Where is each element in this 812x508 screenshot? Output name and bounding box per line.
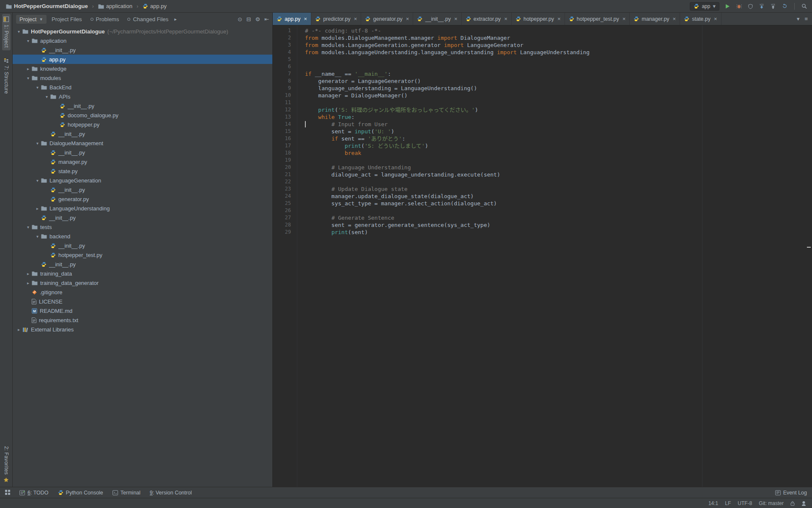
editor-tab-predictor-py[interactable]: predictor.py× [311, 13, 361, 25]
toolwindow-button-2-favorites[interactable]: 2: Favorites [2, 444, 11, 486]
code-area[interactable]: # -*- coding: utf-8 -*-from modules.Dial… [297, 25, 812, 487]
tree-row-backend[interactable]: ▾BackEnd [13, 83, 272, 92]
panel-tab-project[interactable]: Project▾ [16, 15, 47, 24]
tree-row-init-py[interactable]: __init__.py [13, 148, 272, 157]
toolwindow-button-1-project[interactable]: 1: Project [2, 14, 11, 50]
tree-row-license[interactable]: LICENSE [13, 297, 272, 306]
tree-row-training-data[interactable]: ▸training_data [13, 269, 272, 278]
tree-row-training-data-generator[interactable]: ▸training_data_generator [13, 278, 272, 287]
tree-row-init-py[interactable]: __init__.py [13, 45, 272, 55]
event-log-button[interactable]: Event Log [775, 490, 807, 496]
code-line: from modules.LanguageUnderstanding.langu… [305, 49, 812, 56]
vcs-commit-button[interactable]: VCS [770, 3, 776, 10]
tree-row-knowledge[interactable]: ▸knowledge [13, 64, 272, 73]
panel-tab-project-files[interactable]: Project Files [48, 15, 85, 24]
toolwindow-button-7-structure[interactable]: 7: Structure [2, 55, 11, 97]
editor-tab-hotpepper-py[interactable]: hotpepper.py× [512, 13, 565, 25]
panel-tab-changed-files[interactable]: Changed Files [124, 15, 172, 24]
tree-row-tests[interactable]: ▾tests [13, 222, 272, 232]
search-everywhere-button[interactable] [801, 3, 808, 10]
more-tabs-icon[interactable]: ▸ [174, 17, 177, 22]
editor-tab-manager-py[interactable]: manager.py× [630, 13, 680, 25]
breadcrumb-separator: › [137, 3, 138, 9]
code-line [305, 99, 812, 106]
tabs-dropdown-icon[interactable]: ▾ [797, 16, 800, 22]
tree-row-dialoguemanagement[interactable]: ▾DialogueManagement [13, 138, 272, 148]
caret-position-widget[interactable]: 14:1 [708, 500, 718, 506]
close-icon[interactable]: × [504, 16, 508, 22]
tree-row-docomo-dialogue-py[interactable]: docomo_dialogue.py [13, 110, 272, 120]
tree-row-init-py[interactable]: __init__.py [13, 129, 272, 138]
tree-row-apis[interactable]: ▾APIs [13, 92, 272, 101]
code-line: generator = LanguageGenerator() [305, 77, 812, 85]
editor[interactable]: 1234567891011121314151617181920212223242… [273, 25, 812, 487]
tree-row-gitignore[interactable]: .gitignore [13, 287, 272, 297]
coverage-button[interactable] [747, 3, 754, 10]
tree-row-languageunderstanding[interactable]: ▸LanguageUnderstanding [13, 204, 272, 213]
tree-row-init-py[interactable]: __init__.py [13, 260, 272, 269]
toolwindow-button-6-todo[interactable]: 6: TODO [19, 490, 49, 496]
close-icon[interactable]: × [623, 16, 626, 22]
tree-row-state-py[interactable]: state.py [13, 166, 272, 176]
breadcrumb-item-app-py[interactable]: app.py [141, 3, 168, 10]
editor-tab-hotpepper-test-py[interactable]: hotpepper_test.py× [565, 13, 630, 25]
revert-button[interactable] [781, 3, 788, 10]
toolwindow-button-python-console[interactable]: Python Console [58, 490, 103, 496]
run-button[interactable] [724, 3, 731, 10]
close-icon[interactable]: × [454, 16, 458, 22]
editor-tab-extractor-py[interactable]: extractor.py× [462, 13, 512, 25]
python-icon [60, 103, 65, 109]
tree-row-generator-py[interactable]: generator.py [13, 194, 272, 204]
vcs-update-button[interactable]: VCS [758, 3, 765, 10]
editor-tab-generator-py[interactable]: generator.py× [361, 13, 413, 25]
hide-panel-button[interactable]: ⇤ [264, 17, 269, 22]
git-branch-widget[interactable]: Git: master [759, 500, 784, 506]
code-line [305, 157, 812, 164]
close-icon[interactable]: × [714, 16, 717, 22]
readonly-lock-toggle[interactable] [790, 501, 795, 506]
tree-row-modules[interactable]: ▾modules [13, 73, 272, 83]
debug-button[interactable] [735, 3, 743, 10]
tree-row-manager-py[interactable]: manager.py [13, 157, 272, 166]
tree-row-hotpepper-test-py[interactable]: hotpepper_test.py [13, 250, 272, 260]
highlighting-level-indicator[interactable] [801, 501, 806, 506]
tree-row-init-py[interactable]: __init__.py [13, 241, 272, 250]
python-icon [365, 16, 370, 22]
close-icon[interactable]: × [557, 16, 561, 22]
close-icon[interactable]: × [406, 16, 409, 22]
close-icon[interactable]: × [304, 16, 307, 22]
tree-row-backend[interactable]: ▾backend [13, 232, 272, 241]
tree-row-hotpeppergourmetdialogue[interactable]: ▾HotPepperGourmetDialogue(~/PycharmProje… [13, 27, 272, 36]
settings-button[interactable]: ⚙ [255, 17, 260, 22]
editor-tab-app-py[interactable]: app.py× [273, 13, 311, 25]
python-icon [50, 168, 56, 174]
tree-row-init-py[interactable]: __init__.py [13, 213, 272, 222]
toolwindow-button-label: 7: Structure [3, 66, 9, 94]
tabs-list-icon[interactable]: ≡ [804, 16, 808, 22]
tree-row-readme-md[interactable]: MREADME.md [13, 306, 272, 315]
breadcrumb-item-application[interactable]: application [96, 3, 134, 10]
tree-row-init-py[interactable]: __init__.py [13, 185, 272, 194]
panel-tab-problems[interactable]: Problems [87, 15, 123, 24]
line-separator-widget[interactable]: LF [725, 500, 731, 506]
collapse-all-button[interactable]: ⊟ [247, 17, 251, 22]
tree-row-languagegeneration[interactable]: ▾LanguageGeneration [13, 176, 272, 185]
tree-row-init-py[interactable]: __init__.py [13, 101, 272, 110]
run-config-selector[interactable]: app▾ [690, 2, 719, 11]
breadcrumb-item-hotpeppergourmetdialogue[interactable]: HotPepperGourmetDialogue [4, 3, 90, 10]
toolwindow-button-terminal[interactable]: Terminal [112, 490, 140, 496]
editor-tab-state-py[interactable]: state.py× [680, 13, 721, 25]
file-encoding-widget[interactable]: UTF-8 [738, 500, 752, 506]
locate-file-button[interactable]: ⊙ [238, 17, 242, 22]
tree-row-external-libraries[interactable]: ▸External Libraries [13, 325, 272, 334]
tree-row-requirements-txt[interactable]: requirements.txt [13, 315, 272, 325]
tree-row-app-py[interactable]: app.py [13, 55, 272, 64]
editor-tab-init-py[interactable]: __init__.py× [413, 13, 461, 25]
toolwindow-button-9-version-control[interactable]: 9: Version Control [150, 490, 192, 496]
tree-row-application[interactable]: ▾application [13, 36, 272, 45]
python-icon [315, 16, 321, 22]
tree-row-hotpepper-py[interactable]: hotpepper.py [13, 120, 272, 129]
close-icon[interactable]: × [354, 16, 357, 22]
toolwindow-switcher-icon[interactable] [5, 490, 10, 496]
close-icon[interactable]: × [673, 16, 676, 22]
